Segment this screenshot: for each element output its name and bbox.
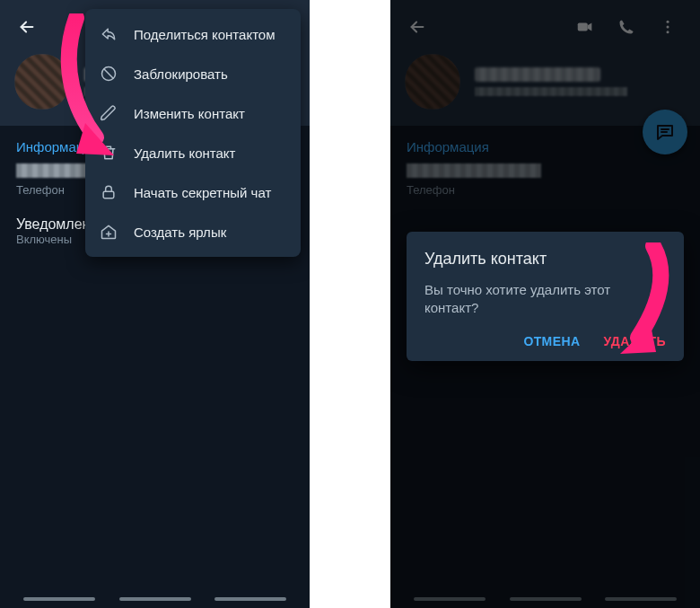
arrow-left-icon [17,17,37,37]
system-nav-bar [0,597,310,601]
menu-shortcut[interactable]: Создать ярлык [85,212,301,251]
menu-edit-contact[interactable]: Изменить контакт [85,93,301,133]
menu-share-contact[interactable]: Поделиться контактом [85,14,301,54]
screenshot-right: Информация Телефон Удалить контакт Вы то… [390,0,700,608]
menu-edit-label: Изменить контакт [134,106,245,121]
cancel-button[interactable]: ОТМЕНА [523,334,580,348]
nav-pill[interactable] [214,597,286,601]
lock-icon [100,183,118,201]
menu-delete-label: Удалить контакт [134,145,235,161]
dialog-title: Удалить контакт [424,250,666,269]
screenshot-left: Информация Телефон Уведомления Включены … [0,0,310,608]
menu-shortcut-label: Создать ярлык [134,225,226,240]
block-icon [100,65,118,83]
svg-rect-2 [103,191,114,198]
menu-delete-contact[interactable]: Удалить контакт [85,133,301,172]
nav-pill[interactable] [23,597,95,601]
avatar[interactable] [14,54,70,110]
menu-share-label: Поделиться контактом [134,27,276,42]
menu-secret-chat[interactable]: Начать секретный чат [85,172,301,212]
menu-secret-label: Начать секретный чат [134,185,271,200]
home-plus-icon [100,223,118,241]
delete-contact-dialog: Удалить контакт Вы точно хотите удалить … [407,232,684,361]
trash-icon [100,144,118,162]
pencil-icon [100,104,118,122]
share-icon [100,25,118,43]
back-button[interactable] [9,9,45,45]
context-menu: Поделиться контактом Заблокировать Измен… [85,9,301,257]
nav-pill[interactable] [119,597,191,601]
dialog-body: Вы точно хотите удалить этот контакт? [424,281,666,318]
menu-block-label: Заблокировать [134,66,228,82]
delete-button[interactable]: УДАЛИТЬ [603,334,666,348]
svg-line-1 [104,69,114,79]
menu-block[interactable]: Заблокировать [85,54,301,93]
